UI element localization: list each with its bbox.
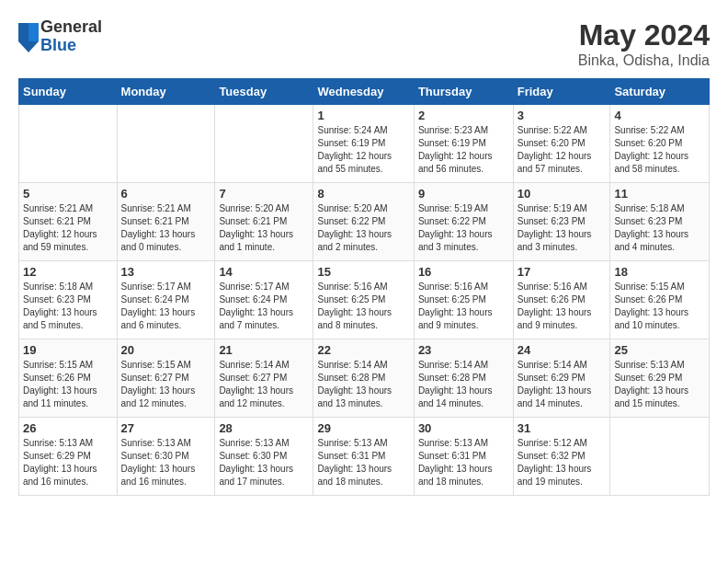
day-number: 14: [219, 265, 309, 279]
calendar-cell: 19Sunrise: 5:15 AM Sunset: 6:26 PM Dayli…: [19, 339, 118, 418]
calendar-cell: 7Sunrise: 5:20 AM Sunset: 6:21 PM Daylig…: [215, 183, 313, 261]
calendar-cell: 5Sunrise: 5:21 AM Sunset: 6:21 PM Daylig…: [19, 183, 118, 261]
calendar-cell: 3Sunrise: 5:22 AM Sunset: 6:20 PM Daylig…: [513, 105, 610, 183]
day-number: 5: [23, 187, 113, 201]
calendar-cell: 30Sunrise: 5:13 AM Sunset: 6:31 PM Dayli…: [414, 418, 513, 496]
day-number: 23: [418, 343, 509, 357]
day-number: 15: [317, 265, 409, 279]
day-info: Sunrise: 5:14 AM Sunset: 6:27 PM Dayligh…: [219, 359, 309, 410]
calendar-week-row: 12Sunrise: 5:18 AM Sunset: 6:23 PM Dayli…: [19, 261, 710, 339]
calendar-week-row: 1Sunrise: 5:24 AM Sunset: 6:19 PM Daylig…: [19, 105, 710, 183]
day-info: Sunrise: 5:21 AM Sunset: 6:21 PM Dayligh…: [121, 202, 211, 254]
calendar-cell: 21Sunrise: 5:14 AM Sunset: 6:27 PM Dayli…: [215, 339, 313, 418]
day-info: Sunrise: 5:15 AM Sunset: 6:27 PM Dayligh…: [121, 359, 211, 410]
day-number: 29: [317, 421, 409, 435]
logo-icon: [18, 23, 37, 51]
day-info: Sunrise: 5:13 AM Sunset: 6:30 PM Dayligh…: [121, 437, 211, 488]
day-number: 2: [418, 109, 509, 122]
calendar-cell: 27Sunrise: 5:13 AM Sunset: 6:30 PM Dayli…: [117, 418, 215, 496]
calendar-cell: 15Sunrise: 5:16 AM Sunset: 6:25 PM Dayli…: [313, 261, 414, 339]
day-info: Sunrise: 5:14 AM Sunset: 6:29 PM Dayligh…: [518, 359, 607, 410]
calendar-cell: [215, 105, 313, 183]
calendar-cell: 13Sunrise: 5:17 AM Sunset: 6:24 PM Dayli…: [117, 261, 215, 339]
day-number: 28: [219, 421, 309, 435]
calendar-cell: 17Sunrise: 5:16 AM Sunset: 6:26 PM Dayli…: [513, 261, 610, 339]
calendar-cell: 16Sunrise: 5:16 AM Sunset: 6:25 PM Dayli…: [414, 261, 513, 339]
calendar-week-row: 26Sunrise: 5:13 AM Sunset: 6:29 PM Dayli…: [19, 418, 710, 496]
day-info: Sunrise: 5:16 AM Sunset: 6:26 PM Dayligh…: [518, 281, 607, 332]
calendar-cell: 24Sunrise: 5:14 AM Sunset: 6:29 PM Dayli…: [513, 339, 610, 418]
day-number: 25: [614, 343, 705, 357]
day-info: Sunrise: 5:22 AM Sunset: 6:20 PM Dayligh…: [614, 124, 705, 176]
day-info: Sunrise: 5:15 AM Sunset: 6:26 PM Dayligh…: [614, 281, 705, 332]
day-info: Sunrise: 5:12 AM Sunset: 6:32 PM Dayligh…: [518, 437, 607, 488]
day-info: Sunrise: 5:19 AM Sunset: 6:23 PM Dayligh…: [518, 202, 607, 254]
weekday-header-friday: Friday: [513, 79, 610, 105]
calendar-cell: 4Sunrise: 5:22 AM Sunset: 6:20 PM Daylig…: [610, 105, 710, 183]
day-number: 16: [418, 265, 509, 279]
calendar-cell: [610, 418, 710, 496]
calendar-cell: 18Sunrise: 5:15 AM Sunset: 6:26 PM Dayli…: [610, 261, 710, 339]
day-info: Sunrise: 5:15 AM Sunset: 6:26 PM Dayligh…: [23, 359, 113, 410]
calendar-week-row: 19Sunrise: 5:15 AM Sunset: 6:26 PM Dayli…: [19, 339, 710, 418]
calendar-cell: 22Sunrise: 5:14 AM Sunset: 6:28 PM Dayli…: [313, 339, 414, 418]
day-number: 11: [614, 187, 705, 201]
day-info: Sunrise: 5:13 AM Sunset: 6:30 PM Dayligh…: [219, 437, 309, 488]
calendar-cell: 6Sunrise: 5:21 AM Sunset: 6:21 PM Daylig…: [117, 183, 215, 261]
day-number: 17: [518, 265, 607, 279]
calendar-cell: 31Sunrise: 5:12 AM Sunset: 6:32 PM Dayli…: [513, 418, 610, 496]
weekday-header-row: SundayMondayTuesdayWednesdayThursdayFrid…: [19, 79, 710, 105]
calendar-cell: 28Sunrise: 5:13 AM Sunset: 6:30 PM Dayli…: [215, 418, 313, 496]
calendar-week-row: 5Sunrise: 5:21 AM Sunset: 6:21 PM Daylig…: [19, 183, 710, 261]
calendar-cell: 23Sunrise: 5:14 AM Sunset: 6:28 PM Dayli…: [414, 339, 513, 418]
day-info: Sunrise: 5:23 AM Sunset: 6:19 PM Dayligh…: [418, 124, 509, 176]
calendar-cell: 8Sunrise: 5:20 AM Sunset: 6:22 PM Daylig…: [313, 183, 414, 261]
day-number: 31: [518, 421, 607, 435]
calendar-cell: [117, 105, 215, 183]
calendar-cell: 14Sunrise: 5:17 AM Sunset: 6:24 PM Dayli…: [215, 261, 313, 339]
day-info: Sunrise: 5:19 AM Sunset: 6:22 PM Dayligh…: [418, 202, 509, 254]
calendar-cell: 1Sunrise: 5:24 AM Sunset: 6:19 PM Daylig…: [313, 105, 414, 183]
calendar-cell: 9Sunrise: 5:19 AM Sunset: 6:22 PM Daylig…: [414, 183, 513, 261]
day-info: Sunrise: 5:20 AM Sunset: 6:22 PM Dayligh…: [317, 202, 409, 254]
weekday-header-thursday: Thursday: [414, 79, 513, 105]
day-number: 20: [121, 343, 211, 357]
day-info: Sunrise: 5:13 AM Sunset: 6:29 PM Dayligh…: [614, 359, 705, 410]
weekday-header-saturday: Saturday: [610, 79, 710, 105]
day-number: 1: [317, 109, 409, 122]
logo-text: General Blue: [40, 18, 102, 55]
weekday-header-monday: Monday: [117, 79, 215, 105]
day-info: Sunrise: 5:17 AM Sunset: 6:24 PM Dayligh…: [121, 281, 211, 332]
calendar-cell: 29Sunrise: 5:13 AM Sunset: 6:31 PM Dayli…: [313, 418, 414, 496]
day-number: 26: [23, 421, 113, 435]
calendar-cell: 10Sunrise: 5:19 AM Sunset: 6:23 PM Dayli…: [513, 183, 610, 261]
day-number: 3: [518, 109, 607, 122]
day-number: 7: [219, 187, 309, 201]
day-info: Sunrise: 5:16 AM Sunset: 6:25 PM Dayligh…: [317, 281, 409, 332]
calendar-cell: 11Sunrise: 5:18 AM Sunset: 6:23 PM Dayli…: [610, 183, 710, 261]
title-block: May 2024 Binka, Odisha, India: [578, 18, 710, 69]
day-info: Sunrise: 5:22 AM Sunset: 6:20 PM Dayligh…: [518, 124, 607, 176]
weekday-header-wednesday: Wednesday: [313, 79, 414, 105]
day-number: 12: [23, 265, 113, 279]
day-info: Sunrise: 5:18 AM Sunset: 6:23 PM Dayligh…: [614, 202, 705, 254]
day-number: 8: [317, 187, 409, 201]
calendar-cell: 20Sunrise: 5:15 AM Sunset: 6:27 PM Dayli…: [117, 339, 215, 418]
day-info: Sunrise: 5:13 AM Sunset: 6:29 PM Dayligh…: [23, 437, 113, 488]
day-info: Sunrise: 5:16 AM Sunset: 6:25 PM Dayligh…: [418, 281, 509, 332]
calendar-cell: 2Sunrise: 5:23 AM Sunset: 6:19 PM Daylig…: [414, 105, 513, 183]
logo-general-text: General: [40, 18, 102, 37]
calendar-cell: 26Sunrise: 5:13 AM Sunset: 6:29 PM Dayli…: [19, 418, 118, 496]
day-info: Sunrise: 5:13 AM Sunset: 6:31 PM Dayligh…: [317, 437, 409, 488]
day-info: Sunrise: 5:24 AM Sunset: 6:19 PM Dayligh…: [317, 124, 409, 176]
calendar-title: May 2024: [578, 18, 710, 52]
calendar-cell: [19, 105, 118, 183]
calendar-cell: 12Sunrise: 5:18 AM Sunset: 6:23 PM Dayli…: [19, 261, 118, 339]
day-number: 24: [518, 343, 607, 357]
day-info: Sunrise: 5:17 AM Sunset: 6:24 PM Dayligh…: [219, 281, 309, 332]
page-header: General Blue May 2024 Binka, Odisha, Ind…: [18, 18, 710, 69]
weekday-header-tuesday: Tuesday: [215, 79, 313, 105]
day-number: 30: [418, 421, 509, 435]
day-info: Sunrise: 5:18 AM Sunset: 6:23 PM Dayligh…: [23, 281, 113, 332]
day-number: 18: [614, 265, 705, 279]
